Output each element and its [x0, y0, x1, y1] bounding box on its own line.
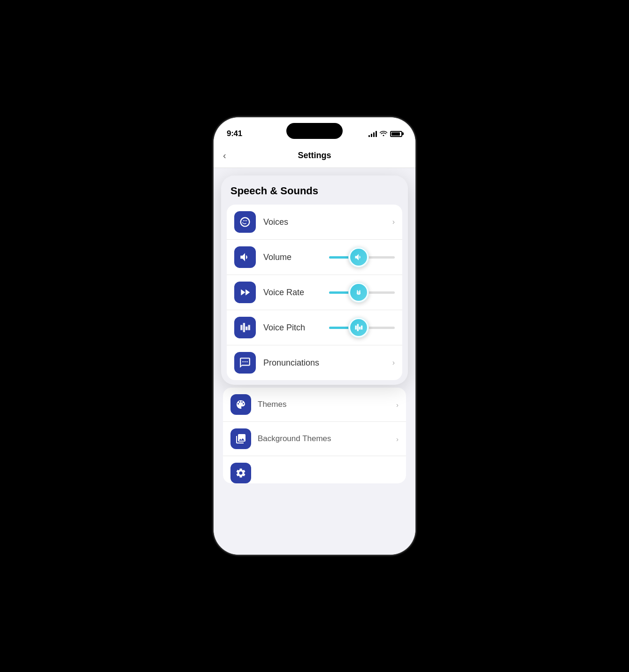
page-title: Settings [298, 151, 331, 160]
more-icon [230, 463, 251, 483]
background-themes-label: Background Themes [258, 434, 396, 443]
voice-pitch-icon [234, 317, 256, 338]
pronunciations-chevron: › [392, 359, 395, 367]
battery-icon [390, 131, 402, 137]
svg-point-1 [243, 220, 244, 221]
status-time: 9:41 [227, 129, 242, 138]
themes-label: Themes [258, 400, 396, 409]
voice-pitch-row[interactable]: Voice Pitch [227, 310, 402, 345]
svg-point-6 [359, 290, 361, 292]
svg-point-5 [357, 290, 358, 292]
voice-rate-row[interactable]: Voice Rate [227, 275, 402, 310]
voice-pitch-slider[interactable] [329, 327, 395, 329]
signal-icon [368, 130, 377, 137]
back-button[interactable]: ‹ [223, 150, 226, 161]
voice-pitch-label: Voice Pitch [263, 323, 329, 333]
voice-rate-icon [234, 282, 256, 303]
svg-point-3 [246, 220, 247, 221]
themes-chevron: › [396, 401, 399, 409]
volume-row[interactable]: Volume [227, 240, 402, 275]
section-title: Speech & Sounds [221, 185, 408, 205]
background-themes-chevron: › [396, 435, 399, 443]
below-card: Themes › Background Themes › [223, 388, 406, 483]
background-themes-row[interactable]: Background Themes › [223, 422, 406, 456]
volume-label: Volume [263, 252, 329, 262]
volume-icon [234, 246, 256, 268]
svg-point-2 [245, 220, 245, 221]
voices-chevron: › [392, 218, 395, 226]
pronunciations-label: Pronunciations [263, 358, 389, 368]
voice-rate-label: Voice Rate [263, 288, 329, 298]
pronunciations-row[interactable]: Pronunciations › [227, 345, 402, 380]
nav-bar: ‹ Settings [214, 144, 415, 168]
status-icons [368, 130, 402, 137]
voices-icon [234, 211, 256, 233]
dynamic-island [286, 123, 343, 139]
wifi-icon [380, 130, 387, 137]
below-section: Themes › Background Themes › [214, 388, 415, 483]
background-themes-icon [230, 428, 251, 449]
phone-frame: 9:41 ‹ Setting [214, 117, 415, 555]
status-bar: 9:41 [214, 117, 415, 144]
speech-sounds-card: Speech & Sounds Voices › [221, 176, 408, 385]
phone-screen: 9:41 ‹ Setting [214, 117, 415, 555]
voices-row[interactable]: Voices › [227, 205, 402, 240]
themes-row[interactable]: Themes › [223, 388, 406, 422]
themes-icon [230, 394, 251, 415]
content-area: Speech & Sounds Voices › [214, 168, 415, 555]
svg-point-7 [358, 292, 359, 293]
settings-list: Voices › Volume [227, 205, 402, 380]
volume-slider[interactable] [329, 256, 395, 259]
pronunciations-icon [234, 352, 256, 374]
voices-label: Voices [263, 217, 389, 227]
more-row[interactable] [223, 456, 406, 483]
voice-rate-slider[interactable] [329, 291, 395, 294]
